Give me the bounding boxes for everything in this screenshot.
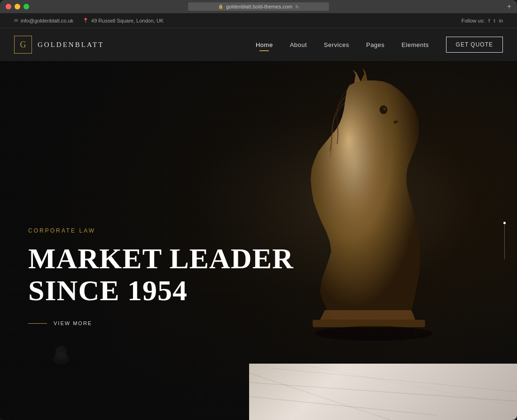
window-controls: [6, 4, 29, 9]
svg-rect-3: [313, 320, 425, 327]
nav-pages[interactable]: Pages: [366, 41, 384, 48]
svg-line-15: [249, 373, 390, 420]
hero-section: CORPORATE LAW MARKET LEADER SINCE 1954 V…: [0, 61, 517, 420]
nav-about[interactable]: About: [290, 41, 307, 48]
info-bar-left: ✉ info@goldenblatt.co.uk 📍 49 Russell Sq…: [14, 18, 164, 23]
close-button[interactable]: [6, 4, 11, 9]
hero-content: CORPORATE LAW MARKET LEADER SINCE 1954 V…: [28, 227, 294, 326]
fallen-pawn-left: [38, 338, 94, 373]
logo-name: GOLDENBLATT: [38, 41, 104, 49]
view-more-line: [28, 323, 47, 324]
svg-line-13: [249, 397, 437, 415]
titlebar: 🔒 goldenblatt.bold-themes.com ↻ +: [0, 0, 517, 13]
email-info: ✉ info@goldenblatt.co.uk: [14, 18, 73, 23]
new-tab-button[interactable]: +: [507, 2, 511, 11]
maximize-button[interactable]: [24, 4, 29, 9]
facebook-icon[interactable]: f: [488, 18, 490, 23]
navbar: G GOLDENBLATT Home About Services Pages …: [0, 28, 517, 61]
hero-title: MARKET LEADER SINCE 1954: [28, 242, 294, 306]
twitter-icon[interactable]: t: [494, 18, 495, 23]
scroll-indicator: [504, 222, 505, 259]
email-icon: ✉: [14, 18, 18, 23]
nav-home[interactable]: Home: [256, 41, 273, 48]
browser-window: 🔒 goldenblatt.bold-themes.com ↻ + ✉ info…: [0, 0, 517, 420]
scroll-dot: [503, 222, 506, 224]
bottom-preview: [249, 364, 517, 420]
email-text: info@goldenblatt.co.uk: [21, 18, 73, 23]
logo-box: G: [14, 36, 32, 54]
address-text: 49 Russell Square, London, UK: [91, 18, 164, 23]
logo-area[interactable]: G GOLDENBLATT: [14, 36, 104, 54]
svg-line-11: [249, 382, 517, 401]
svg-point-8: [55, 346, 67, 357]
nav-elements[interactable]: Elements: [401, 41, 429, 48]
minimize-button[interactable]: [15, 4, 20, 9]
svg-point-4: [315, 326, 432, 341]
nav-services[interactable]: Services: [324, 41, 349, 48]
svg-line-12: [273, 368, 517, 392]
hero-title-line2: SINCE 1954: [28, 274, 188, 306]
linkedin-icon[interactable]: in: [499, 18, 503, 23]
social-area: Follow us: f t in: [462, 18, 503, 23]
get-quote-button[interactable]: GET QUOTE: [446, 37, 503, 53]
address-info: 📍 49 Russell Square, London, UK: [83, 18, 164, 23]
hero-title-line1: MARKET LEADER: [28, 242, 294, 274]
url-text: goldenblatt.bold-themes.com: [226, 4, 292, 9]
view-more-link[interactable]: VIEW MORE: [28, 320, 294, 326]
logo-letter: G: [20, 40, 26, 50]
site-content: ✉ info@goldenblatt.co.uk 📍 49 Russell Sq…: [0, 13, 517, 420]
address-bar[interactable]: 🔒 goldenblatt.bold-themes.com ↻: [188, 2, 329, 11]
lock-icon: 🔒: [218, 4, 223, 9]
follow-label: Follow us:: [462, 18, 485, 23]
view-more-text: VIEW MORE: [54, 320, 92, 326]
hero-subtitle: CORPORATE LAW: [28, 227, 294, 234]
info-bar: ✉ info@goldenblatt.co.uk 📍 49 Russell Sq…: [0, 13, 517, 28]
location-icon: 📍: [83, 18, 88, 23]
nav-menu: Home About Services Pages Elements GET Q…: [256, 37, 503, 53]
svg-point-1: [383, 107, 386, 110]
refresh-icon[interactable]: ↻: [295, 4, 299, 9]
